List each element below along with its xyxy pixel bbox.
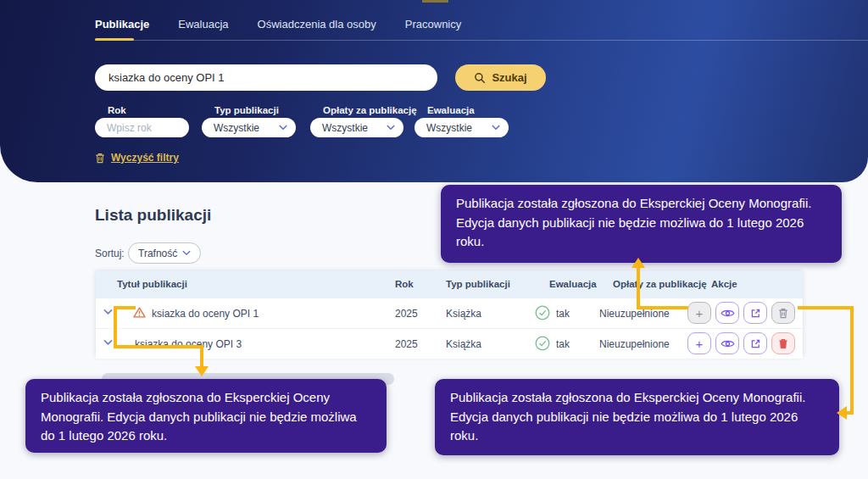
oplaty-status: Nieuzupełnione bbox=[599, 308, 670, 320]
check-circle-icon bbox=[535, 305, 550, 320]
tab-oswiadczenia[interactable]: Oświadczenia dla osoby bbox=[258, 18, 376, 37]
table-header: Tytuł publikacji Rok Typ publikacji Ewal… bbox=[96, 270, 803, 298]
page: Publikacje Ewaluacja Oświadczenia dla os… bbox=[0, 0, 868, 479]
clear-filters-link[interactable]: Wyczyść filtry bbox=[95, 152, 179, 164]
col-tytul: Tytuł publikacji bbox=[117, 279, 187, 289]
search-button[interactable]: Szukaj bbox=[455, 64, 546, 91]
expand-row-icon[interactable] bbox=[103, 339, 113, 346]
table-row: ksiazka do oceny OPI 1 2025 Książka tak … bbox=[96, 298, 803, 328]
publication-year: 2025 bbox=[395, 338, 418, 350]
tooltip-top: Publikacja została zgłoszona do Eksperck… bbox=[441, 185, 842, 263]
arrow-line bbox=[200, 345, 203, 367]
arrow-line bbox=[637, 306, 688, 309]
add-button-disabled[interactable]: + bbox=[687, 302, 711, 324]
open-external-button[interactable] bbox=[743, 302, 767, 324]
col-akcje: Akcje bbox=[711, 279, 737, 289]
trash-icon bbox=[95, 153, 105, 164]
clear-filters-label: Wyczyść filtry bbox=[111, 152, 179, 164]
arrow-line bbox=[798, 306, 854, 309]
arrow-line bbox=[850, 306, 854, 415]
col-typ: Typ publikacji bbox=[446, 279, 510, 289]
chevron-down-icon bbox=[492, 125, 500, 131]
arrow-line bbox=[847, 411, 854, 415]
ewaluacja-value: tak bbox=[556, 308, 570, 320]
search-input[interactable] bbox=[95, 64, 437, 91]
arrow-line bbox=[114, 345, 203, 348]
chevron-down-icon bbox=[279, 125, 287, 131]
preview-button[interactable] bbox=[715, 332, 739, 354]
add-button[interactable]: + bbox=[687, 332, 711, 354]
col-rok: Rok bbox=[395, 279, 414, 289]
arrow-left-head bbox=[837, 406, 847, 420]
chevron-down-icon bbox=[182, 250, 191, 256]
nav-tabs: Publikacje Ewaluacja Oświadczenia dla os… bbox=[95, 18, 461, 37]
oplaty-status: Nieuzupełnione bbox=[599, 338, 670, 350]
expand-row-icon[interactable] bbox=[103, 309, 113, 315]
filter-rok-input[interactable] bbox=[95, 118, 189, 137]
publication-year: 2025 bbox=[395, 308, 418, 320]
col-ewaluacja: Ewaluacja bbox=[549, 279, 597, 289]
publications-table: Tytuł publikacji Rok Typ publikacji Ewal… bbox=[95, 270, 804, 357]
arrow-line bbox=[114, 306, 117, 348]
sort-label: Sortuj: bbox=[95, 248, 125, 259]
arrow-line bbox=[637, 266, 640, 309]
publication-type: Książka bbox=[446, 338, 481, 350]
filter-label-oplaty: Opłaty za publikację bbox=[323, 105, 417, 115]
tab-publikacje[interactable]: Publikacje bbox=[95, 18, 149, 37]
check-circle-icon bbox=[535, 336, 550, 351]
chevron-down-icon bbox=[387, 125, 395, 131]
sort-select[interactable]: Trafność bbox=[128, 242, 201, 264]
search-button-label: Szukaj bbox=[492, 71, 526, 84]
row-actions: + bbox=[687, 332, 795, 354]
filter-ewaluacja-select[interactable]: Wszystkie bbox=[415, 118, 509, 137]
filter-label-rok: Rok bbox=[108, 105, 126, 115]
tab-ewaluacja[interactable]: Ewaluacja bbox=[178, 18, 228, 37]
open-external-button[interactable] bbox=[743, 332, 767, 354]
filter-typ-select[interactable]: Wszystkie bbox=[202, 118, 296, 137]
page-title: Lista publikacji bbox=[95, 206, 211, 225]
tooltip-bottom-left: Publikacja została zgłoszona do Eksperck… bbox=[25, 379, 387, 453]
tab-pracownicy[interactable]: Pracownicy bbox=[405, 18, 461, 37]
filter-oplaty-select[interactable]: Wszystkie bbox=[310, 118, 403, 137]
filter-oplaty-value: Wszystkie bbox=[322, 122, 368, 134]
col-oplaty: Opłaty za publikację bbox=[613, 279, 707, 289]
filter-label-typ: Typ publikacji bbox=[214, 105, 279, 115]
filter-typ-value: Wszystkie bbox=[214, 122, 259, 134]
publication-type: Książka bbox=[446, 308, 481, 320]
search-icon bbox=[474, 72, 486, 84]
filter-label-ewaluacja: Ewaluacja bbox=[427, 105, 475, 115]
arrow-down-head bbox=[195, 366, 209, 376]
tabs-divider bbox=[95, 40, 868, 41]
tooltip-bottom-right: Publikacja została zgłoszona do Eksperck… bbox=[435, 379, 839, 455]
row-actions: + bbox=[687, 302, 795, 324]
publication-title[interactable]: ksiazka do oceny OPI 1 bbox=[152, 308, 259, 320]
delete-button[interactable] bbox=[771, 332, 795, 354]
arrow-up-head bbox=[632, 258, 645, 268]
ewaluacja-value: tak bbox=[556, 338, 570, 350]
filter-ewaluacja-value: Wszystkie bbox=[426, 122, 472, 134]
sort-value: Trafność bbox=[138, 248, 177, 259]
delete-button-disabled[interactable] bbox=[771, 302, 795, 324]
active-tab-underline bbox=[95, 38, 134, 41]
top-logo-fragment bbox=[422, 0, 448, 3]
preview-button[interactable] bbox=[715, 302, 739, 324]
